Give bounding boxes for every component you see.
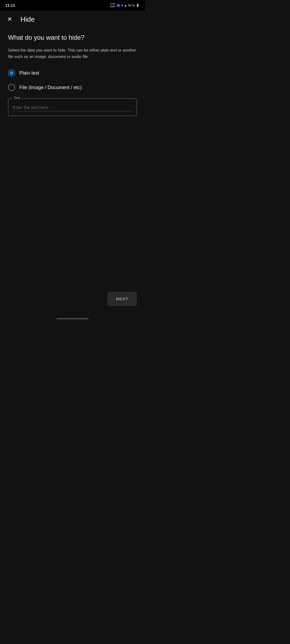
toolbar-title: Hide xyxy=(20,15,35,24)
next-button[interactable]: NEXT xyxy=(107,292,137,306)
status-icons: 0.00KB/S 🔵 ▾ ▲ 56 % 🔋 xyxy=(110,3,140,8)
home-indicator xyxy=(56,318,89,319)
text-field-label: Text xyxy=(12,96,22,100)
radio-file-circle xyxy=(8,84,15,91)
option-plain-text-label: Plain text xyxy=(19,70,39,76)
text-input[interactable] xyxy=(13,104,132,111)
close-icon: ✕ xyxy=(7,16,12,23)
option-plain-text[interactable]: Plain text xyxy=(8,69,137,76)
option-file-label: File (Image / Document / etc) xyxy=(19,85,82,90)
battery-icon: 🔋 xyxy=(136,4,140,7)
status-kb: 0.00KB/S xyxy=(110,3,116,8)
main-content: What do you want to hide? Select the dat… xyxy=(0,28,145,121)
status-bar: 11:11 0.00KB/S 🔵 ▾ ▲ 56 % 🔋 xyxy=(0,0,145,11)
battery-text: 56 % xyxy=(128,4,135,7)
toolbar: ✕ Hide xyxy=(0,11,145,28)
bluetooth-icon: 🔵 xyxy=(117,4,120,7)
status-time: 11:11 xyxy=(5,3,15,8)
wifi-icon: ▾ xyxy=(121,4,123,7)
signal-icon: ▲ xyxy=(124,4,127,7)
radio-plain-text-inner xyxy=(10,71,13,75)
text-field-container: Text xyxy=(8,98,137,116)
page-description: Select the data you want to hide. This c… xyxy=(8,47,137,60)
close-button[interactable]: ✕ xyxy=(5,15,14,24)
option-file[interactable]: File (Image / Document / etc) xyxy=(8,84,137,91)
page-question: What do you want to hide? xyxy=(8,33,137,42)
radio-plain-text-circle xyxy=(8,69,15,76)
